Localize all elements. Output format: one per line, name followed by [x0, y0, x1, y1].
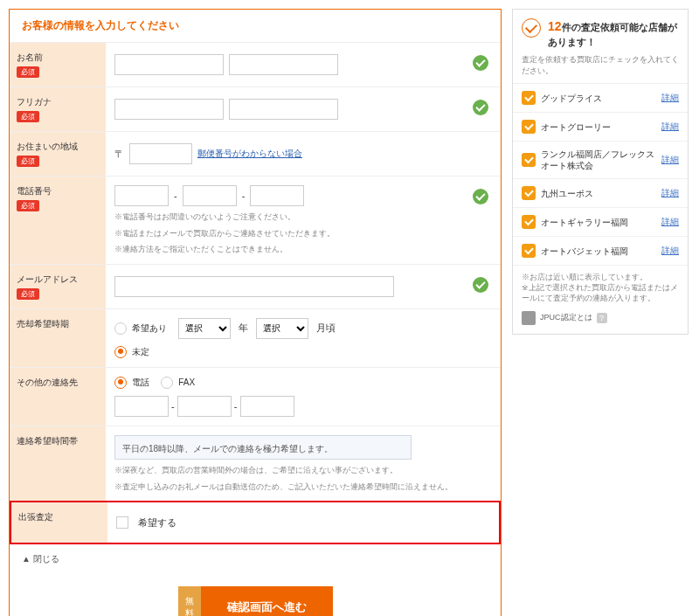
phone-input-1[interactable]	[114, 185, 169, 206]
shop-detail-link[interactable]: 詳細	[661, 245, 679, 257]
radio-timing-no[interactable]	[114, 346, 127, 358]
phone-note1: ※電話番号はお間違いのないようご注意ください。	[114, 211, 466, 223]
shop-detail-link[interactable]: 詳細	[661, 187, 679, 199]
shop-row: 九州ユーポス詳細	[513, 179, 688, 208]
row-name: お名前 必須	[10, 42, 501, 87]
visit-hope-label: 希望する	[138, 516, 176, 529]
submit-button[interactable]: 無 料 確認画面へ進む	[178, 586, 333, 616]
name-last-input[interactable]	[114, 54, 224, 75]
radio-timing-yes[interactable]	[114, 322, 127, 335]
sidebar-subtitle: 査定を依頼する買取店にチェックを入れてください。	[513, 54, 688, 84]
required-badge: 必須	[17, 200, 39, 211]
shop-list: グッドプライス詳細オートグローリー詳細ランクル福岡店／フレックスオート株式会詳細…	[513, 84, 688, 266]
row-visit-assessment: 出張査定 希望する	[10, 501, 501, 544]
shop-name: 九州ユーポス	[541, 188, 656, 199]
other-phone-2[interactable]	[177, 396, 232, 417]
name-first-input[interactable]	[229, 54, 338, 75]
shop-name: グッドプライス	[541, 93, 656, 104]
shop-name: オートグローリー	[541, 121, 656, 133]
sidebar-footnote: ※お店は近い順に表示しています。※上記で選択された買取店から電話またはメールにて…	[513, 266, 688, 311]
shop-row: ランクル福岡店／フレックスオート株式会詳細	[513, 142, 688, 179]
form-title: お客様の情報を入力してください	[10, 10, 501, 42]
customer-info-form: お客様の情報を入力してください お名前 必須 フリガナ 必須	[9, 9, 502, 616]
shop-detail-link[interactable]: 詳細	[661, 154, 679, 166]
shop-detail-link[interactable]: 詳細	[661, 92, 679, 104]
furigana-first-input[interactable]	[229, 99, 338, 120]
jpuc-label: JPUC認定とは	[540, 312, 592, 323]
shop-name: オートバジェット福岡	[541, 246, 656, 257]
check-icon	[473, 189, 488, 204]
phone-note2: ※電話またはメールで買取店からご連絡させていただきます。	[114, 228, 466, 239]
required-badge: 必須	[17, 66, 39, 78]
required-badge: 必須	[17, 111, 39, 122]
shop-row: グッドプライス詳細	[513, 84, 688, 113]
contact-note1: ※深夜など、買取店の営業時間外の場合は、ご希望に沿えない事がございます。	[114, 465, 466, 476]
row-region: お住まいの地域 必須 〒 郵便番号がわからない場合	[10, 131, 501, 176]
shop-name: ランクル福岡店／フレックスオート株式会	[541, 149, 656, 171]
phone-label: 電話番号	[17, 185, 99, 197]
visit-label: 出張査定	[18, 511, 100, 523]
furigana-last-input[interactable]	[114, 99, 224, 120]
shop-checkbox[interactable]	[522, 120, 536, 134]
radio-contact-fax[interactable]	[161, 377, 173, 389]
contact-time-label: 連絡希望時間帯	[17, 435, 99, 447]
phone-input-2[interactable]	[183, 185, 237, 206]
check-icon	[473, 55, 488, 71]
shop-detail-link[interactable]: 詳細	[661, 121, 679, 133]
shop-sidebar: 12件の査定依頼可能な店舗があります！ 査定を依頼する買取店にチェックを入れてく…	[512, 9, 689, 335]
row-contact-time: 連絡希望時間帯 平日の18時以降、メールでの連絡を極力希望します。 ※深夜など、…	[10, 426, 501, 501]
other-phone-1[interactable]	[114, 396, 169, 417]
shop-row: オートグローリー詳細	[513, 113, 688, 142]
row-timing: 売却希望時期 希望あり 選択 年 選択 月頃 未定	[10, 308, 501, 367]
contact-message-box[interactable]: 平日の18時以降、メールでの連絡を極力希望します。	[114, 435, 412, 460]
select-month[interactable]: 選択	[256, 318, 308, 339]
check-circle-icon	[522, 18, 541, 38]
phone-note3: ※連絡方法をご指定いただくことはできません。	[114, 244, 466, 255]
other-phone-3[interactable]	[240, 396, 294, 417]
check-icon	[473, 277, 488, 293]
email-input[interactable]	[114, 276, 394, 297]
required-badge: 必須	[17, 288, 39, 300]
name-label: お名前	[17, 52, 99, 64]
shop-detail-link[interactable]: 詳細	[661, 216, 679, 228]
row-furigana: フリガナ 必須	[10, 87, 501, 131]
other-contact-label: その他の連絡先	[17, 377, 99, 389]
row-phone: 電話番号 必須 - - ※電話番号はお間違いのないようご注意ください。 ※電話ま…	[10, 176, 501, 264]
close-toggle[interactable]: ▲ 閉じる	[10, 544, 501, 574]
timing-label: 売却希望時期	[17, 318, 99, 330]
help-icon[interactable]: ?	[597, 313, 607, 323]
jpuc-icon	[522, 311, 536, 325]
row-other-contact: その他の連絡先 電話 FAX - -	[10, 367, 501, 426]
postcode-input[interactable]	[129, 143, 192, 164]
shop-name: オートギャラリー福岡	[541, 217, 656, 228]
region-label: お住まいの地域	[17, 141, 99, 153]
shop-checkbox[interactable]	[522, 215, 536, 229]
check-icon	[473, 100, 488, 115]
shop-row: オートギャラリー福岡詳細	[513, 208, 688, 237]
sidebar-title: 12件の査定依頼可能な店舗があります！	[548, 18, 679, 49]
postcode-unknown-link[interactable]: 郵便番号がわからない場合	[197, 148, 302, 160]
email-label: メールアドレス	[17, 273, 99, 286]
shop-checkbox[interactable]	[522, 244, 536, 258]
visit-checkbox[interactable]	[116, 516, 128, 529]
shop-checkbox[interactable]	[522, 91, 536, 105]
shop-checkbox[interactable]	[522, 153, 536, 167]
select-year[interactable]: 選択	[178, 318, 231, 339]
contact-note2: ※査定申し込みのお礼メールは自動送信のため、ご記入いただいた連絡希望時間に沿えま…	[114, 481, 466, 493]
shop-row: オートバジェット福岡詳細	[513, 237, 688, 266]
shop-checkbox[interactable]	[522, 186, 536, 200]
row-email: メールアドレス 必須	[10, 264, 501, 308]
radio-contact-phone[interactable]	[114, 377, 127, 389]
furigana-label: フリガナ	[17, 96, 99, 108]
phone-input-3[interactable]	[250, 185, 304, 206]
post-prefix: 〒	[114, 148, 124, 161]
required-badge: 必須	[17, 156, 39, 167]
